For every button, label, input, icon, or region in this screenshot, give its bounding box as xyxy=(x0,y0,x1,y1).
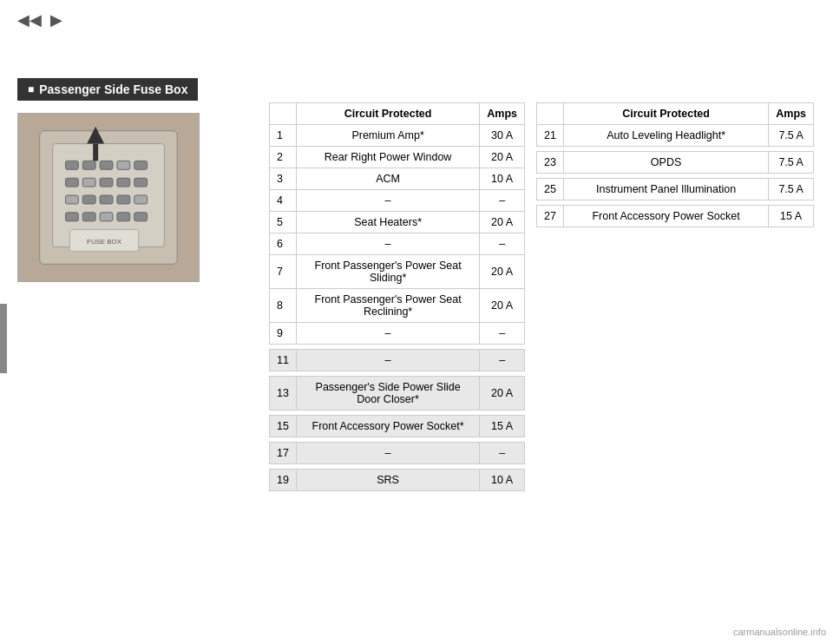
svg-rect-14 xyxy=(134,178,148,187)
right-table: Circuit Protected Amps 21 Auto Leveling … xyxy=(536,102,814,227)
table-row: 5 Seat Heaters* 20 A xyxy=(270,212,525,233)
table-row: 4 – – xyxy=(270,190,525,212)
row-num: 4 xyxy=(270,190,297,212)
svg-rect-19 xyxy=(134,195,148,204)
row-num: 27 xyxy=(537,206,564,227)
svg-rect-6 xyxy=(82,161,95,169)
row-amps: 10 A xyxy=(480,168,525,190)
row-num: 13 xyxy=(270,377,297,411)
main-header-num xyxy=(270,103,297,125)
row-circuit: Passenger's Side Power Slide Door Closer… xyxy=(296,377,479,411)
table-row: 27 Front Accessory Power Socket 15 A xyxy=(537,206,814,227)
right-header-circuit: Circuit Protected xyxy=(563,103,768,125)
fuse-box-svg: FUSE BOX xyxy=(18,113,199,282)
row-num: 11 xyxy=(270,350,297,371)
row-amps: 7.5 A xyxy=(769,152,814,174)
row-amps: 20 A xyxy=(480,289,525,323)
svg-rect-9 xyxy=(134,161,148,169)
row-circuit: Front Passenger's Power Seat Reclining* xyxy=(296,289,479,323)
svg-rect-4 xyxy=(93,144,98,161)
section-title-text: Passenger Side Fuse Box xyxy=(39,82,187,96)
row-num: 1 xyxy=(270,125,297,147)
svg-rect-24 xyxy=(134,213,148,221)
row-amps: 15 A xyxy=(480,416,525,437)
row-amps: 7.5 A xyxy=(769,125,814,147)
row-amps: 15 A xyxy=(769,206,814,227)
row-num: 23 xyxy=(537,152,564,174)
table-row: 3 ACM 10 A xyxy=(270,168,525,190)
row-amps: – xyxy=(480,233,525,255)
main-table-header-row: Circuit Protected Amps xyxy=(270,103,525,125)
table-row: 8 Front Passenger's Power Seat Reclining… xyxy=(270,289,525,323)
row-amps: 10 A xyxy=(480,470,525,491)
row-amps: 30 A xyxy=(480,125,525,147)
svg-rect-16 xyxy=(82,195,95,204)
row-circuit: – xyxy=(296,233,479,255)
row-amps: 20 A xyxy=(480,212,525,233)
svg-rect-20 xyxy=(65,213,78,221)
row-circuit: Front Accessory Power Socket* xyxy=(296,416,479,437)
fuse-table-main: Circuit Protected Amps 1 Premium Amp* 30… xyxy=(269,102,525,491)
row-num: 21 xyxy=(537,125,564,147)
right-header-num xyxy=(537,103,564,125)
prev-nav-arrow[interactable]: ◀◀ xyxy=(17,10,42,30)
svg-rect-22 xyxy=(100,213,113,221)
top-nav: ◀◀ ▶ xyxy=(17,10,62,30)
main-header-amps: Amps xyxy=(480,103,525,125)
row-circuit: ACM xyxy=(296,168,479,190)
watermark: carmanualsonline.info xyxy=(733,627,826,637)
row-num: 7 xyxy=(270,255,297,289)
table-row: 6 – – xyxy=(270,233,525,255)
svg-rect-5 xyxy=(65,161,78,169)
table-row: 15 Front Accessory Power Socket* 15 A xyxy=(270,416,525,437)
row-amps: – xyxy=(480,323,525,345)
next-nav-arrow[interactable]: ▶ xyxy=(50,10,62,30)
table-row: 9 – – xyxy=(270,323,525,345)
row-circuit: Front Passenger's Power Seat Sliding* xyxy=(296,255,479,289)
row-circuit: Seat Heaters* xyxy=(296,212,479,233)
row-circuit: – xyxy=(296,350,479,371)
svg-rect-7 xyxy=(100,161,113,169)
row-num: 19 xyxy=(270,470,297,491)
row-num: 3 xyxy=(270,168,297,190)
fuse-box-image: FUSE BOX xyxy=(17,113,200,282)
row-amps: 20 A xyxy=(480,255,525,289)
row-circuit: SRS xyxy=(296,470,479,491)
row-amps: 7.5 A xyxy=(769,179,814,200)
svg-rect-12 xyxy=(100,178,113,187)
row-circuit: – xyxy=(296,443,479,464)
table-row: 17 – – xyxy=(270,443,525,464)
svg-text:FUSE BOX: FUSE BOX xyxy=(87,238,122,246)
table-row: 2 Rear Right Power Window 20 A xyxy=(270,147,525,168)
section-title: Passenger Side Fuse Box xyxy=(17,78,198,101)
table-row: 11 – – xyxy=(270,350,525,371)
row-circuit: Instrument Panel Illumination xyxy=(563,179,768,200)
table-row: 13 Passenger's Side Power Slide Door Clo… xyxy=(270,377,525,411)
row-amps: 20 A xyxy=(480,147,525,168)
row-num: 9 xyxy=(270,323,297,345)
right-table-header-row: Circuit Protected Amps xyxy=(537,103,814,125)
row-circuit: – xyxy=(296,323,479,345)
page-container: ◀◀ ▶ Passenger Side Fuse Box xyxy=(0,0,833,644)
sidebar-accent-bar xyxy=(0,304,7,373)
row-num: 5 xyxy=(270,212,297,233)
watermark-text: carmanualsonline.info xyxy=(733,627,826,637)
svg-rect-13 xyxy=(117,178,130,187)
row-circuit: – xyxy=(296,190,479,212)
main-table: Circuit Protected Amps 1 Premium Amp* 30… xyxy=(269,102,525,491)
svg-rect-23 xyxy=(117,213,130,221)
row-circuit: OPDS xyxy=(563,152,768,174)
table-row: 19 SRS 10 A xyxy=(270,470,525,491)
row-circuit: Front Accessory Power Socket xyxy=(563,206,768,227)
row-num: 25 xyxy=(537,179,564,200)
svg-rect-15 xyxy=(65,195,78,204)
row-amps: – xyxy=(480,190,525,212)
row-amps: 20 A xyxy=(480,377,525,411)
row-num: 17 xyxy=(270,443,297,464)
row-amps: – xyxy=(480,350,525,371)
svg-rect-17 xyxy=(100,195,113,204)
table-row: 1 Premium Amp* 30 A xyxy=(270,125,525,147)
main-header-circuit: Circuit Protected xyxy=(296,103,479,125)
svg-rect-18 xyxy=(117,195,130,204)
row-num: 8 xyxy=(270,289,297,323)
